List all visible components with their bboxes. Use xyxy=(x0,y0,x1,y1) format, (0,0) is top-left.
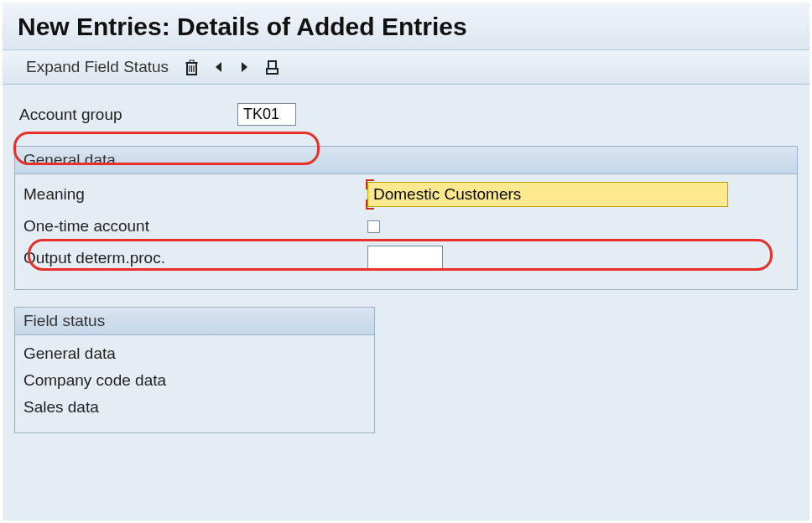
one-time-account-row: One-time account xyxy=(23,215,789,238)
title-bar: New Entries: Details of Added Entries xyxy=(3,3,809,50)
one-time-account-checkbox[interactable] xyxy=(367,220,380,233)
output-determ-input[interactable] xyxy=(367,246,443,270)
output-determ-label: Output determ.proc. xyxy=(23,249,367,267)
meaning-input[interactable] xyxy=(367,182,728,207)
delete-icon[interactable] xyxy=(182,58,200,76)
next-icon[interactable] xyxy=(236,58,254,76)
one-time-account-label: One-time account xyxy=(23,217,367,236)
output-determ-row: Output determ.proc. xyxy=(23,243,789,272)
account-group-label: Account group xyxy=(19,106,237,124)
account-group-row: Account group xyxy=(14,100,798,129)
account-group-input[interactable] xyxy=(237,103,296,126)
print-icon[interactable] xyxy=(263,58,281,76)
field-status-item[interactable]: General data xyxy=(23,340,366,367)
general-data-panel: General data Meaning One-time account Ou… xyxy=(14,146,798,290)
page-title: New Entries: Details of Added Entries xyxy=(18,13,794,41)
field-status-item[interactable]: Company code data xyxy=(23,367,366,394)
svg-rect-2 xyxy=(268,61,276,69)
meaning-row: Meaning xyxy=(23,179,789,210)
meaning-label: Meaning xyxy=(23,185,367,204)
field-status-panel: Field status General data Company code d… xyxy=(14,307,375,433)
general-data-header: General data xyxy=(15,147,797,174)
field-status-item[interactable]: Sales data xyxy=(23,394,366,421)
content-area: Account group General data Meaning One-t… xyxy=(3,85,809,448)
expand-field-status-button[interactable]: Expand Field Status xyxy=(21,56,174,78)
field-status-header: Field status xyxy=(15,308,374,335)
toolbar: Expand Field Status xyxy=(3,50,809,85)
previous-icon[interactable] xyxy=(209,58,227,76)
